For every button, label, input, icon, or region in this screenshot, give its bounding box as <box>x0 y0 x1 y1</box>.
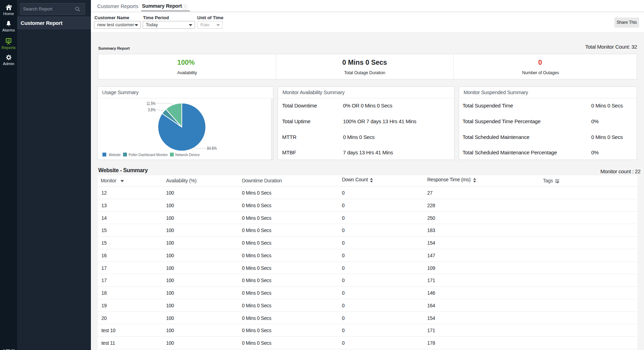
svg-text:3.8%: 3.8% <box>148 107 156 112</box>
svg-text:Poller Dashboard Monitor: Poller Dashboard Monitor <box>129 153 168 157</box>
svg-text:Website: Website <box>109 153 121 157</box>
svg-text:11.5%: 11.5% <box>146 101 156 106</box>
svg-text:84.6%: 84.6% <box>207 146 217 151</box>
svg-text:Network Device: Network Device <box>175 153 200 157</box>
